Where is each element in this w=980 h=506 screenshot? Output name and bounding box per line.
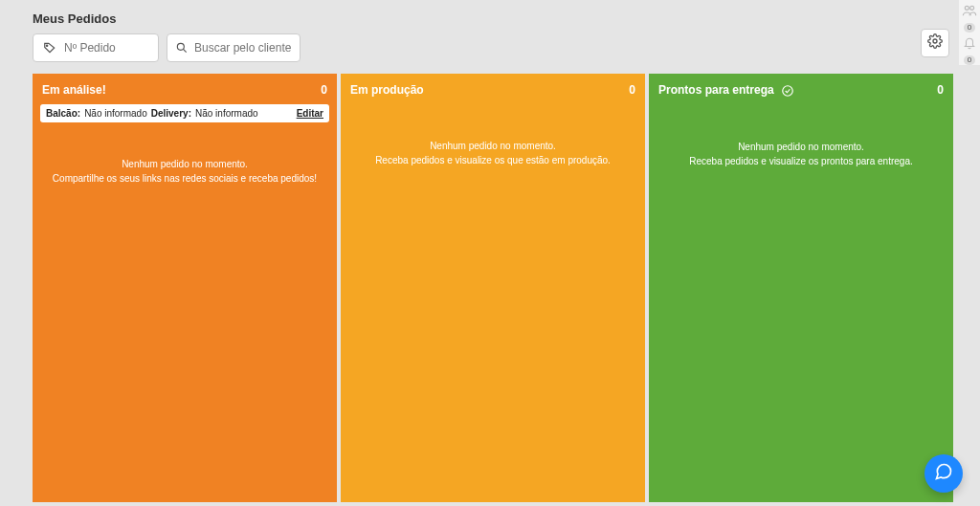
svg-point-1: [177, 43, 184, 50]
chat-icon: [934, 462, 953, 485]
search-icon: [175, 39, 189, 56]
tag-icon: [41, 39, 58, 56]
rail-people-badge: 0: [964, 23, 975, 33]
column-header: Em produção 0: [348, 83, 637, 104]
customer-search-input-wrap[interactable]: [167, 33, 301, 62]
delivery-label: Delivery:: [151, 108, 191, 119]
column-prontos-entrega: Prontos para entrega 0 Nenhum pedido no …: [649, 74, 953, 502]
order-number-input[interactable]: [64, 41, 150, 55]
empty-state: Nenhum pedido no momento. Receba pedidos…: [348, 139, 637, 167]
empty-state: Nenhum pedido no momento. Receba pedidos…: [657, 140, 946, 168]
rail-bell-badge: 0: [964, 55, 975, 65]
page-title: Meus Pedidos: [0, 0, 980, 33]
empty-line-1: Nenhum pedido no momento.: [666, 140, 936, 154]
svg-point-5: [970, 6, 974, 10]
column-em-producao: Em produção 0 Nenhum pedido no momento. …: [341, 74, 645, 502]
empty-state: Nenhum pedido no momento. Compartilhe os…: [40, 157, 329, 186]
empty-line-2: Compartilhe os seus links nas redes soci…: [50, 171, 320, 186]
check-circle-icon: [781, 84, 794, 98]
gear-icon: [927, 33, 943, 53]
column-header: Prontos para entrega 0: [657, 83, 946, 105]
column-count: 0: [321, 83, 327, 97]
empty-line-2: Receba pedidos e visualize os que estão …: [358, 153, 628, 167]
kanban-columns: Em análise! 0 Balcão: Não informado Deli…: [0, 74, 980, 502]
column-count: 0: [937, 83, 944, 97]
column-em-analise: Em análise! 0 Balcão: Não informado Deli…: [33, 74, 337, 502]
balcao-value: Não informado: [84, 108, 147, 119]
svg-line-2: [183, 49, 186, 52]
rail-bell-button[interactable]: 0: [961, 36, 978, 65]
settings-button[interactable]: [921, 29, 949, 57]
balcao-label: Balcão:: [46, 108, 80, 119]
column-count: 0: [629, 83, 635, 97]
edit-filter-link[interactable]: Editar: [297, 108, 323, 119]
empty-line-1: Nenhum pedido no momento.: [358, 139, 628, 153]
delivery-value: Não informado: [195, 108, 258, 119]
column-title: Prontos para entrega: [658, 83, 774, 97]
column-title: Em análise!: [42, 83, 106, 97]
right-rail: 0 0: [959, 0, 980, 65]
column-header: Em análise! 0: [40, 83, 329, 104]
column-title: Em produção: [350, 83, 424, 97]
bell-icon: [962, 36, 977, 54]
order-number-input-wrap[interactable]: [33, 33, 159, 62]
svg-point-4: [965, 6, 969, 10]
rail-people-button[interactable]: 0: [961, 4, 978, 33]
svg-point-0: [46, 45, 47, 46]
empty-line-2: Receba pedidos e visualize os prontos pa…: [666, 154, 936, 168]
empty-line-1: Nenhum pedido no momento.: [50, 157, 320, 171]
people-icon: [962, 4, 977, 21]
svg-point-3: [933, 39, 937, 43]
filter-bar: Balcão: Não informado Delivery: Não info…: [40, 104, 329, 122]
column-title-wrap: Prontos para entrega: [658, 83, 794, 98]
search-row: [0, 33, 980, 74]
svg-point-6: [783, 86, 793, 97]
customer-search-input[interactable]: [194, 41, 294, 55]
chat-button[interactable]: [924, 454, 963, 493]
